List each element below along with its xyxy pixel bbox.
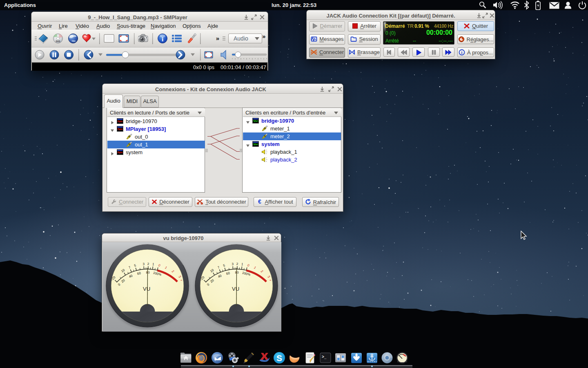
svg-text:>_: >_ [322,355,327,359]
svg-text:S: S [276,353,282,363]
